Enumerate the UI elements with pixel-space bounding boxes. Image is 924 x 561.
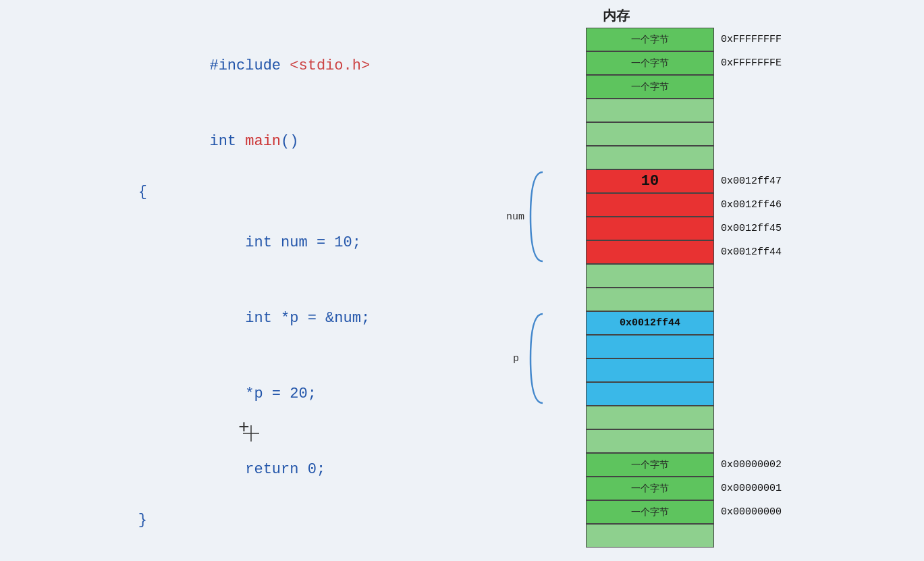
p-var-label: p (513, 353, 519, 365)
mem-row-gap2 (545, 122, 809, 146)
num-brace-icon (526, 169, 545, 264)
mem-cell-bot2: 一个字节 (586, 477, 714, 500)
mem-row-gap3 (545, 146, 809, 169)
mem-cell-p1: 0x0012ff44 (586, 311, 714, 335)
mem-cell-p2 (586, 335, 714, 358)
mem-cell-num1: 10 (586, 169, 714, 193)
mem-cell-gap7 (586, 429, 714, 453)
mem-row-p4 (545, 382, 809, 406)
mem-cell-gap3 (586, 146, 714, 169)
memory-panel: 内存 一个字节 0xFFFFFFFF 一个字节 0xFFFFFFFE 一个字节 (508, 0, 924, 561)
mem-row-gap5 (545, 288, 809, 311)
mem-row-num1: 10 0x0012ff47 (545, 169, 809, 193)
mem-addr-top1: 0xFFFFFFFF (714, 34, 809, 45)
code-line-8: } (138, 508, 370, 533)
mem-cell-num3 (586, 217, 714, 240)
mem-cell-top3: 一个字节 (586, 75, 714, 99)
code-panel: #include <stdio.h> int main() { int num … (0, 0, 508, 561)
code-line-7: return 0; (138, 432, 370, 508)
mem-row-gap7 (545, 429, 809, 453)
code-line-5: int *p = &num; (138, 281, 370, 356)
mem-row-p2 (545, 335, 809, 358)
mem-row-p1: 0x0012ff44 (545, 311, 809, 335)
mem-cell-gap1 (586, 99, 714, 122)
mem-row-bot3: 一个字节 0x00000000 (545, 500, 809, 524)
memory-title: 内存 (549, 7, 684, 25)
code-line-1: #include <stdio.h> (138, 28, 370, 104)
mem-cell-gap6 (586, 406, 714, 429)
crosshair-icon (242, 424, 261, 443)
mem-row-bot1: 一个字节 0x00000002 (545, 453, 809, 477)
mem-row-p3 (545, 358, 809, 382)
mem-cell-num4 (586, 240, 714, 264)
mem-cell-bot4 (586, 524, 714, 547)
mem-cell-bot3: 一个字节 (586, 500, 714, 524)
mem-cell-top1: 一个字节 (586, 28, 714, 51)
mem-row-bot2: 一个字节 0x00000001 (545, 477, 809, 500)
code-line-6: *p = 20; (138, 356, 370, 432)
code-block: #include <stdio.h> int main() { int num … (138, 28, 370, 533)
mem-row-top1: 一个字节 0xFFFFFFFF (545, 28, 809, 51)
mem-cell-top2: 一个字节 (586, 51, 714, 75)
mem-row-num4: 0x0012ff44 (545, 240, 809, 264)
mem-row-gap6 (545, 406, 809, 429)
mem-row-gap4 (545, 264, 809, 288)
mem-cell-gap5 (586, 288, 714, 311)
mem-cell-gap4 (586, 264, 714, 288)
mem-row-num3: 0x0012ff45 (545, 217, 809, 240)
code-line-4: int num = 10; (138, 205, 370, 280)
mem-row-top3: 一个字节 (545, 75, 809, 99)
mem-row-top2: 一个字节 0xFFFFFFFE (545, 51, 809, 75)
memory-rows-container: 一个字节 0xFFFFFFFF 一个字节 0xFFFFFFFE 一个字节 (545, 28, 809, 547)
mem-addr-top2: 0xFFFFFFFE (714, 57, 809, 69)
mem-cell-gap2 (586, 122, 714, 146)
mem-cell-p3 (586, 358, 714, 382)
mem-cell-p4 (586, 382, 714, 406)
mem-cell-num2 (586, 193, 714, 217)
mem-row-gap1 (545, 99, 809, 122)
p-group: p 0x0012ff44 (545, 311, 809, 406)
num-var-label: num (506, 211, 524, 223)
p-brace-icon (526, 311, 545, 406)
mem-row-bot4 (545, 524, 809, 547)
code-line-2: int main() (138, 104, 370, 180)
code-line-3: { (138, 180, 370, 205)
mem-row-num2: 0x0012ff46 (545, 193, 809, 217)
num-group: num 10 0x0012ff47 0x0012ff46 0x0012ff45 (545, 169, 809, 264)
mem-cell-bot1: 一个字节 (586, 453, 714, 477)
